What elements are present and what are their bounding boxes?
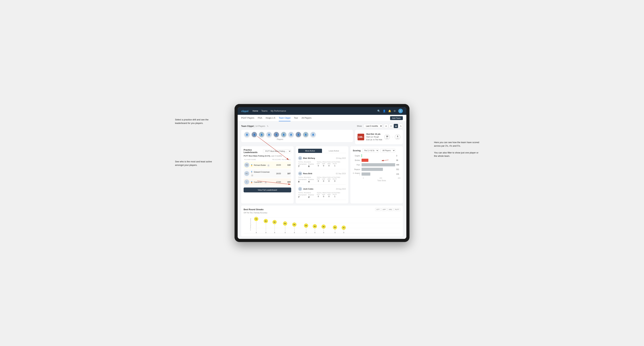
streak-pin-dot-9 [334,232,336,233]
card-view-btn[interactable]: ▦ [394,124,398,128]
show-controls: Show: Last 3 months ⊞ ☰ ▦ ⇅ [357,124,403,128]
sort-view-btn[interactable]: ⇅ [399,124,403,128]
streak-pin-dot-3 [274,232,275,233]
scoring-par-dropdown[interactable]: Par 3, 4 & 5s [362,149,379,152]
grid-view-btn[interactable]: ⊞ [384,124,388,128]
streaks-btn-ott[interactable]: OTT [375,208,381,211]
streaks-y-axis-label: % Fairway Accuracy [244,216,252,233]
player-avatar-4[interactable]: 👤 [266,132,272,138]
shot-card: 198 sc Shot Dist: 16 yds Start Lie: Roug… [355,130,403,144]
lb-row-3[interactable]: C 🥉 Cameron... 3 17/20 103 [244,178,291,185]
bell-icon[interactable]: 🔔 [388,110,391,112]
pac-avatar-3: JC [298,187,302,191]
activity-tabs: Most Active Least Active [298,149,346,153]
user-avatar[interactable]: A [398,109,403,113]
chart-row-birdies: Birdies 96 [353,159,400,162]
nav-link-home[interactable]: Home [252,109,258,113]
add-team-button[interactable]: Add Team [390,116,403,120]
nav-link-teams[interactable]: Teams [261,109,268,113]
lb-player-name-1: Richard Butler [254,164,266,166]
pac-date-3: 26 Aug 2023 [336,188,346,190]
nav-link-performance[interactable]: My Performance [271,109,286,113]
players-shot-row: 👤 👤 👤 👤 👤 👤 👤 👤 👤 👤 [241,130,403,144]
shot-connector: → [391,135,394,139]
edit-team-icon[interactable]: ✎ [267,125,268,127]
team-count: | 14 Players [254,125,265,127]
streaks-btn-arg[interactable]: ARG [388,208,394,211]
list-view-btn[interactable]: ☰ [389,124,393,128]
pac-header-1: BM Blair McHarg 26 Aug 2023 [298,156,346,160]
streaks-btn-putt[interactable]: PUTT [394,208,400,211]
pac-date-2: 02 Sep 2023 [336,173,346,174]
player-avatar-5[interactable]: 👤 [273,132,279,138]
streak-pin-line-6 [306,228,306,232]
player-avatar-8[interactable]: 👤 [296,132,301,138]
chart-x-axis: 0 200 400 [363,177,400,179]
activity-player-3: JC Josh Coles 26 Aug 2023 Total Rounds [298,185,346,200]
lb-medal-2: 🥈 [250,171,253,173]
player-avatar-1[interactable]: 👤 [244,132,250,138]
streak-pin-9: 3x [333,225,337,233]
annotation-right-1: Here you can see how the team have score… [434,141,481,158]
subnav-team-clippd[interactable]: Team Clippd [279,115,290,121]
main-content: Team Clippd | 14 Players ✎ Show: Last 3 … [238,121,406,239]
team-title-area: Team Clippd | 14 Players ✎ [241,124,268,128]
player-avatar-7[interactable]: 👤 [288,132,294,138]
lb-player-info-3: 🥉 Cameron... 3 [250,180,271,184]
view-full-leaderboard-btn[interactable]: View Full Leaderboard [244,187,291,192]
scoring-chart: Eagles 3 Birdies [353,154,400,181]
scoring-player-dropdown[interactable]: All Players [380,149,395,152]
show-select[interactable]: Last 3 months [364,124,382,128]
streaks-header: Best Round Streaks OTT APP ARG PUTT [244,208,400,211]
subnav-hcaps[interactable]: Hcaps 1-5 [266,115,275,121]
chart-bar-container-birdies [362,159,396,162]
chart-bar-container-pars [362,163,396,166]
streaks-chart-area: % Fairway Accuracy 7x 6x [244,216,400,233]
pac-avatar-1: BM [298,156,302,160]
streak-pin-dot-1 [256,232,257,233]
streak-pin-line-8 [324,229,324,232]
subnav-pgat[interactable]: PGAT Players [241,115,254,121]
lb-score-2: 18/20 [271,173,281,174]
streak-pin-dot-5 [294,232,295,233]
player-avatar-9[interactable]: 👤 [303,132,309,138]
pac-stats-3: Total Rounds Tournament 7 Practice [298,192,346,198]
lb-row-1[interactable]: RB 🥇 Richard Butler 2 19/20 110 [244,162,291,169]
streak-pin-label-9: 3x [333,225,337,229]
pac-total-rounds-1: Total Rounds Tournament 7 Practice [298,161,314,168]
streak-pin-5: 5x [292,222,296,233]
shot-info: Shot Dist: 16 yds Start Lie: Rough End L… [366,133,382,141]
streak-pin-dot-4 [285,232,286,233]
subnav-pga[interactable]: PGA [258,115,262,121]
streak-pin-label-2: 6x [264,219,268,223]
player-avatar-2[interactable]: 👤 [251,132,257,138]
subnav-all-players[interactable]: All Players [302,115,312,121]
tab-most-active[interactable]: Most Active [298,149,322,153]
lb-row-2[interactable]: EC 🥈 Edward Crossman 2 18/20 107 [244,169,291,178]
player-avatar-6[interactable]: 👤 [281,132,287,138]
shot-circles: 16 yds → 0 yds [384,134,400,140]
lb-col-headers: PLAYER NAME PB SCORE PB AVG SQ [244,159,291,161]
tablet-frame: clippd Home Teams My Performance 🔍 👤 🔔 ⚙… [234,104,410,242]
shot-badge: 198 sc [358,134,364,140]
subnav-tour[interactable]: Tour [294,115,298,121]
settings-icon[interactable]: ⚙ [394,110,396,112]
streak-pin-line-7 [315,229,315,232]
col-player-name: PLAYER NAME [244,159,271,161]
player-avatar-3[interactable]: 👤 [259,132,264,138]
people-icon[interactable]: 👤 [383,110,386,112]
streak-pin-line-4 [285,226,285,232]
lb-player-info-2: 🥈 Edward Crossman 2 [250,170,271,177]
streaks-btn-app[interactable]: APP [381,208,387,211]
tab-least-active[interactable]: Least Active [322,149,346,153]
leaderboard-dropdown[interactable]: PUTT Must Make Putting ... [263,149,291,153]
chart-label-birdies: Birdies [353,159,362,161]
search-icon[interactable]: 🔍 [377,110,380,112]
nav-icons: 🔍 👤 🔔 ⚙ A [377,109,403,113]
team-name: Team Clippd | 14 Players [241,125,266,127]
streak-pin-label-5: 5x [292,222,296,227]
streak-pin-2: 6x [264,219,268,233]
player-avatar-10[interactable]: 👤 [310,132,316,138]
pac-player-2: RB Rees Britt [298,172,312,175]
show-label: Show: [357,125,362,127]
